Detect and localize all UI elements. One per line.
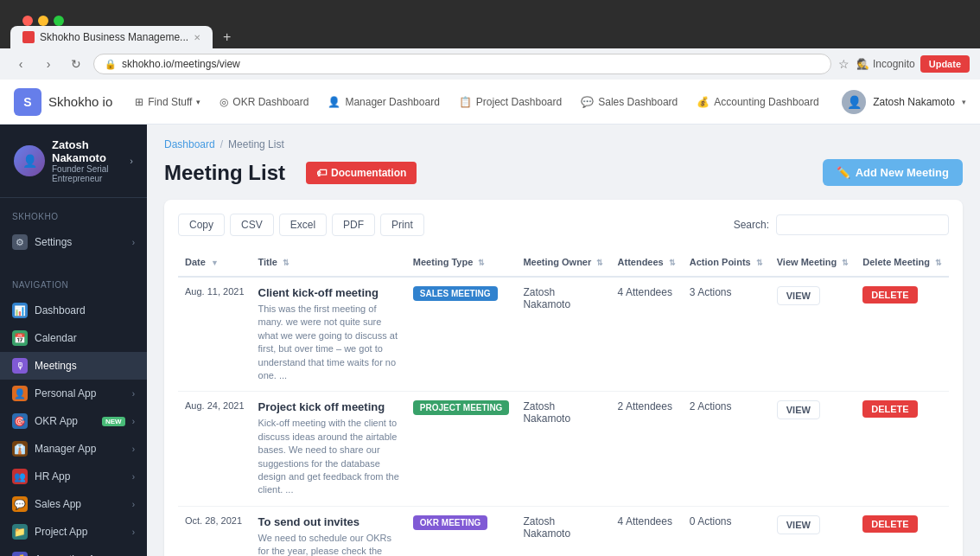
manager-icon: 👤 xyxy=(328,96,340,108)
csv-button[interactable]: CSV xyxy=(230,214,274,236)
table-row: Aug. 24, 2021 Project kick off meeting K… xyxy=(178,392,949,506)
incognito-indicator: 🕵 Incognito xyxy=(856,58,915,70)
maximize-traffic-light[interactable] xyxy=(54,16,64,26)
meeting-type-badge-0: SALES MEETING xyxy=(413,286,498,301)
view-meeting-button-2[interactable]: VIEW xyxy=(777,515,820,534)
sidebar-item-project[interactable]: 📁 Project App › xyxy=(0,518,147,546)
table-toolbar: Copy CSV Excel PDF Print Search: xyxy=(178,214,949,236)
meeting-desc-1: Kick-off meeting with the client to disc… xyxy=(258,417,399,496)
cell-actions-1: 2 Actions xyxy=(683,392,770,506)
meetings-table: Date ▼ Title ⇅ Meeting Type ⇅ Meeting xyxy=(178,248,949,556)
cell-owner-2: Zatosh Nakamoto xyxy=(516,506,610,556)
sidebar-user-chevron-icon[interactable]: › xyxy=(130,156,133,166)
browser-forward-button[interactable]: › xyxy=(38,54,59,74)
hr-icon: 👥 xyxy=(12,469,28,484)
tab-close-btn[interactable]: ✕ xyxy=(194,33,200,42)
sidebar-item-hr[interactable]: 👥 HR App › xyxy=(0,463,147,490)
cell-attendees-2: 4 Attendees xyxy=(611,506,683,556)
settings-chevron-icon: › xyxy=(132,238,135,247)
manager-app-icon: 👔 xyxy=(12,441,28,457)
col-attendees[interactable]: Attendees ⇅ xyxy=(611,248,683,277)
okr-chevron-icon: › xyxy=(132,417,135,426)
col-title[interactable]: Title ⇅ xyxy=(251,248,406,277)
okr-new-badge: NEW xyxy=(102,417,125,426)
sidebar-item-personal[interactable]: 👤 Personal App › xyxy=(0,380,147,407)
attendees-sort-icon: ⇅ xyxy=(669,259,676,267)
update-button[interactable]: Update xyxy=(920,55,970,73)
delete-meeting-button-2[interactable]: DELETE xyxy=(862,515,917,533)
sidebar-item-meetings[interactable]: 🎙 Meetings xyxy=(0,352,147,380)
col-actions[interactable]: Action Points ⇅ xyxy=(683,248,770,277)
delete-sort-icon: ⇅ xyxy=(935,259,942,267)
bookmark-button[interactable]: ☆ xyxy=(838,57,850,71)
cell-date-2: Oct. 28, 2021 xyxy=(178,506,251,556)
cell-type-2: OKR MEETING xyxy=(406,506,517,556)
close-traffic-light[interactable] xyxy=(22,16,33,26)
delete-meeting-button-0[interactable]: DELETE xyxy=(862,286,917,304)
pdf-button[interactable]: PDF xyxy=(332,214,375,236)
sidebar-item-accounting[interactable]: 💰 Accounting App › xyxy=(0,546,147,556)
address-bar[interactable]: 🔒 skhokho.io/meetings/view xyxy=(93,54,831,74)
sidebar-user-section: 👤 Zatosh Nakamoto Founder Serial Entrepr… xyxy=(0,125,147,198)
calendar-icon: 📅 xyxy=(12,330,28,346)
nav-sales-dashboard[interactable]: 💬 Sales Dashboard xyxy=(572,91,686,113)
lock-icon: 🔒 xyxy=(105,59,117,70)
browser-reload-button[interactable]: ↻ xyxy=(66,54,86,74)
sidebar-manager-label: Manager App xyxy=(35,443,125,455)
copy-button[interactable]: Copy xyxy=(178,214,225,236)
breadcrumb-home[interactable]: Dashboard xyxy=(164,138,215,150)
nav-manager-label: Manager Dashboard xyxy=(345,96,439,108)
meeting-desc-0: This was the first meeting of many. we w… xyxy=(258,303,399,382)
view-meeting-button-1[interactable]: VIEW xyxy=(777,400,820,419)
add-new-meeting-button[interactable]: ✏️ Add New Meeting xyxy=(823,159,963,186)
logo-icon: S xyxy=(14,88,41,116)
settings-icon: ⚙ xyxy=(12,234,28,250)
browser-back-button[interactable]: ‹ xyxy=(10,54,31,74)
cell-title-1: Project kick off meeting Kick-off meetin… xyxy=(251,392,406,506)
project-icon: 📋 xyxy=(459,96,472,108)
personal-icon: 👤 xyxy=(12,386,28,401)
sidebar-hr-label: HR App xyxy=(35,470,125,483)
search-input[interactable] xyxy=(776,214,949,235)
print-button[interactable]: Print xyxy=(380,214,424,236)
user-menu[interactable]: 👤 Zatosh Nakamoto ▾ xyxy=(842,90,966,114)
dashboard-icon: 📊 xyxy=(12,303,28,318)
active-browser-tab[interactable]: Skhokho Business Manageme... ✕ xyxy=(10,26,213,48)
col-owner[interactable]: Meeting Owner ⇅ xyxy=(516,248,610,277)
nav-project-dashboard[interactable]: 📋 Project Dashboard xyxy=(450,91,570,113)
cell-date-0: Aug. 11, 2021 xyxy=(178,277,251,392)
sidebar-item-calendar[interactable]: 📅 Calendar xyxy=(0,324,147,352)
grid-icon: ⊞ xyxy=(135,96,143,108)
sales-icon: 💬 xyxy=(581,96,594,108)
cell-attendees-0: 4 Attendees xyxy=(611,277,683,392)
new-tab-button[interactable]: + xyxy=(216,26,238,48)
cell-type-1: PROJECT MEETING xyxy=(406,392,517,506)
page-header: Meeting List 🏷 Documentation ✏️ Add New … xyxy=(164,159,963,186)
table-row: Aug. 11, 2021 Client kick-off meeting Th… xyxy=(178,277,949,392)
sidebar-item-manager[interactable]: 👔 Manager App › xyxy=(0,435,147,463)
documentation-button[interactable]: 🏷 Documentation xyxy=(306,162,417,184)
doc-icon: 🏷 xyxy=(316,167,327,179)
nav-find-stuff[interactable]: ⊞ Find Stuff ▾ xyxy=(126,91,209,113)
table-row: Oct. 28, 2021 To send out invites We nee… xyxy=(178,506,949,556)
okr-icon: ◎ xyxy=(220,96,228,108)
app-logo[interactable]: S Skhokho io xyxy=(14,88,112,116)
nav-manager-dashboard[interactable]: 👤 Manager Dashboard xyxy=(319,91,448,113)
project-chevron-icon: › xyxy=(132,527,135,537)
sidebar-item-okr[interactable]: 🎯 OKR App NEW › xyxy=(0,407,147,435)
sidebar-item-settings[interactable]: ⚙ Settings › xyxy=(0,228,147,256)
excel-button[interactable]: Excel xyxy=(279,214,327,236)
minimize-traffic-light[interactable] xyxy=(38,16,48,26)
col-date[interactable]: Date ▼ xyxy=(178,248,251,277)
nav-okr-dashboard[interactable]: ◎ OKR Dashboard xyxy=(211,91,317,113)
delete-meeting-button-1[interactable]: DELETE xyxy=(862,400,917,418)
view-meeting-button-0[interactable]: VIEW xyxy=(777,286,820,305)
col-view[interactable]: View Meeting ⇅ xyxy=(770,248,856,277)
col-delete[interactable]: Delete Meeting ⇅ xyxy=(856,248,949,277)
sidebar-item-dashboard[interactable]: 📊 Dashboard xyxy=(0,297,147,324)
col-type[interactable]: Meeting Type ⇅ xyxy=(406,248,517,277)
user-name: Zatosh Nakamoto xyxy=(873,96,955,108)
nav-accounting-dashboard[interactable]: 💰 Accounting Dashboard xyxy=(688,91,827,113)
sidebar-item-sales[interactable]: 💬 Sales App › xyxy=(0,490,147,518)
cell-owner-1: Zatosh Nakamoto xyxy=(516,392,610,506)
